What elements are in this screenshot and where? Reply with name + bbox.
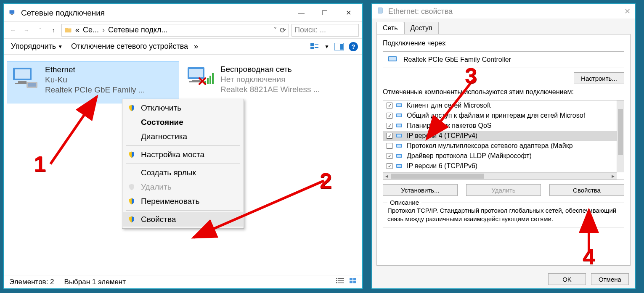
- svg-rect-6: [310, 47, 314, 49]
- svg-rect-38: [353, 281, 356, 283]
- cancel-button[interactable]: Отмена: [591, 273, 629, 285]
- ethernet-adapter-icon: [11, 65, 40, 90]
- status-bar: Элементов: 2 Выбран 1 элемент: [4, 275, 362, 288]
- view-layout-icon[interactable]: [310, 42, 319, 51]
- components-list[interactable]: Клиент для сетей MicrosoftОбщий доступ к…: [383, 100, 624, 180]
- address-bar[interactable]: « Се... › Сетевые подкл... ˅ ⟳: [61, 24, 289, 37]
- component-row[interactable]: Драйвер протокола LLDP (Майкрософт): [383, 151, 624, 161]
- svg-rect-49: [397, 135, 401, 137]
- properties-button[interactable]: Свойства: [549, 184, 624, 196]
- svg-rect-18: [189, 69, 203, 77]
- checkbox[interactable]: [387, 113, 392, 119]
- component-icon: [396, 153, 403, 159]
- svg-rect-36: [353, 278, 356, 280]
- context-menu: Отключить Состояние Диагностика Настройк…: [122, 99, 244, 229]
- search-placeholder: Поиск: ...: [294, 26, 326, 34]
- component-row[interactable]: Клиент для сетей Microsoft: [383, 100, 624, 111]
- tab-network[interactable]: Сеть: [376, 22, 404, 34]
- ctx-shortcut[interactable]: Создать ярлык: [123, 166, 243, 180]
- close-button[interactable]: ✕: [624, 7, 631, 16]
- search-input[interactable]: Поиск: ...: [292, 24, 359, 37]
- scroll-left-icon[interactable]: ◄: [383, 174, 390, 179]
- view-details-icon[interactable]: [336, 277, 345, 286]
- scroll-right-icon[interactable]: ►: [610, 174, 617, 179]
- ctx-disable[interactable]: Отключить: [123, 101, 243, 115]
- preview-pane-icon[interactable]: [334, 42, 344, 51]
- organize-menu[interactable]: Упорядочить▼: [8, 40, 65, 53]
- nic-icon: [387, 55, 398, 65]
- annotation-1: 1: [34, 151, 46, 177]
- adapter-text: Ethernet Ku-Ku Realtek PCIe GbE Family .…: [45, 65, 145, 95]
- component-label: Общий доступ к файлам и принтерам для се…: [407, 112, 585, 119]
- help-icon[interactable]: ?: [349, 42, 358, 51]
- horizontal-scrollbar[interactable]: ◄ ►: [383, 172, 617, 179]
- install-button[interactable]: Установить...: [383, 184, 458, 196]
- back-button[interactable]: ←: [8, 25, 19, 36]
- minimize-button[interactable]: —: [292, 6, 311, 20]
- forward-button[interactable]: →: [21, 25, 32, 36]
- svg-rect-31: [336, 280, 337, 281]
- address-seg-1[interactable]: Се...: [83, 26, 99, 34]
- component-row[interactable]: IP версии 4 (TCP/IPv4): [383, 131, 624, 141]
- up-button[interactable]: ↑: [48, 25, 59, 36]
- more-menu[interactable]: »: [194, 42, 198, 51]
- svg-rect-0: [10, 10, 15, 13]
- svg-rect-8: [315, 47, 318, 48]
- component-label: IP версии 4 (TCP/IPv4): [407, 132, 477, 140]
- svg-rect-43: [397, 104, 401, 106]
- tab-strip: Сеть Доступ: [372, 18, 635, 34]
- connect-via-label: Подключение через:: [383, 40, 624, 47]
- checkbox[interactable]: [387, 163, 392, 169]
- adapter-ethernet[interactable]: Ethernet Ku-Ku Realtek PCIe GbE Family .…: [7, 61, 179, 103]
- view-dropdown-icon[interactable]: ▼: [324, 44, 329, 50]
- component-label: Драйвер протокола LLDP (Майкрософт): [407, 152, 532, 160]
- close-button[interactable]: ✕: [339, 6, 358, 20]
- refresh-icon[interactable]: ⟳: [280, 26, 286, 35]
- ok-button[interactable]: OK: [548, 273, 586, 285]
- description-title: Описание: [387, 199, 421, 206]
- ctx-rename[interactable]: Переименовать: [123, 194, 243, 209]
- component-label: Протокол мультиплексора сетевого адаптер…: [407, 142, 573, 150]
- ctx-status[interactable]: Состояние: [123, 115, 243, 129]
- vertical-scrollbar[interactable]: [617, 100, 624, 172]
- view-large-icon[interactable]: [349, 277, 357, 286]
- nic-icon: [376, 7, 384, 16]
- component-icon: [396, 133, 403, 139]
- address-dropdown-icon[interactable]: ˅: [273, 26, 277, 35]
- address-seg-2[interactable]: Сетевые подкл...: [108, 26, 167, 34]
- checkbox[interactable]: [387, 133, 392, 139]
- separator: [126, 145, 240, 146]
- tab-sharing[interactable]: Доступ: [404, 22, 439, 34]
- component-row[interactable]: Общий доступ к файлам и принтерам для се…: [383, 111, 624, 121]
- maximize-button[interactable]: ☐: [315, 6, 334, 20]
- ctx-bridge[interactable]: Настройка моста: [123, 148, 243, 162]
- dialog-titlebar: Ethernet: свойства ✕: [372, 4, 635, 18]
- adapter-wireless[interactable]: Беспроводная сеть Нет подключения Realte…: [183, 61, 355, 103]
- annotation-arrow-1: [46, 92, 114, 168]
- svg-line-27: [50, 97, 97, 164]
- component-icon: [396, 113, 403, 119]
- svg-rect-2: [10, 15, 13, 15]
- adapter-network: Ku-Ku: [45, 75, 145, 84]
- svg-rect-34: [338, 282, 344, 283]
- checkbox[interactable]: [387, 103, 392, 108]
- adapter-name: Беспроводная сеть: [220, 65, 320, 74]
- configure-button[interactable]: Настроить...: [574, 72, 624, 84]
- adapter-name: Realtek PCIe GbE Family Controller: [403, 56, 511, 63]
- component-row[interactable]: IP версии 6 (TCP/IPv6): [383, 161, 624, 171]
- svg-rect-10: [340, 44, 343, 50]
- checkbox[interactable]: [387, 123, 392, 129]
- svg-rect-16: [28, 83, 36, 87]
- recent-dropdown[interactable]: ˅: [34, 25, 45, 36]
- disable-device-button[interactable]: Отключение сетевого устройства: [69, 40, 191, 53]
- checkbox[interactable]: [387, 143, 392, 149]
- ctx-diagnose[interactable]: Диагностика: [123, 129, 243, 144]
- svg-rect-53: [397, 155, 401, 157]
- component-row[interactable]: Планировщик пакетов QoS: [383, 121, 624, 131]
- component-row[interactable]: Протокол мультиплексора сетевого адаптер…: [383, 141, 624, 151]
- nic-icon: [8, 9, 17, 17]
- ethernet-properties-dialog: Ethernet: свойства ✕ Сеть Доступ Подключ…: [371, 3, 636, 289]
- checkbox[interactable]: [387, 153, 392, 159]
- ctx-properties[interactable]: Свойства: [123, 212, 243, 227]
- component-icon: [396, 143, 403, 149]
